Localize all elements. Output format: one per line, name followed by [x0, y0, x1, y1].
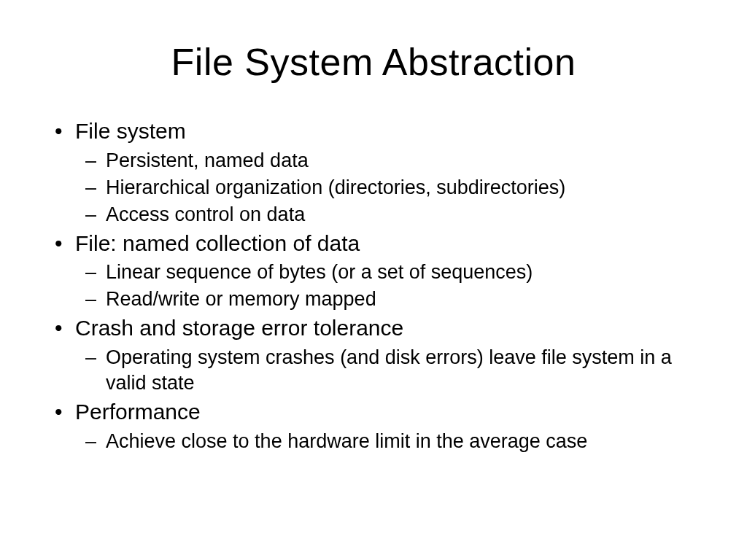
list-item: Persistent, named data [106, 148, 692, 174]
list-item: Read/write or memory mapped [106, 287, 692, 312]
bullet-text: Performance [75, 400, 201, 424]
list-item: Achieve close to the hardware limit in t… [106, 429, 692, 454]
bullet-text: File system [75, 119, 186, 143]
sub-bullet-list: Operating system crashes (and disk error… [75, 345, 692, 396]
sub-bullet-list: Achieve close to the hardware limit in t… [75, 429, 692, 454]
sub-bullet-list: Linear sequence of bytes (or a set of se… [75, 260, 692, 312]
slide-title: File System Abstraction [55, 40, 692, 84]
list-item: Hierarchical organization (directories, … [106, 175, 692, 201]
list-item: File system Persistent, named data Hiera… [75, 117, 692, 228]
list-item: Operating system crashes (and disk error… [106, 345, 692, 396]
list-item: Linear sequence of bytes (or a set of se… [106, 260, 692, 285]
sub-bullet-list: Persistent, named data Hierarchical orga… [75, 148, 692, 228]
list-item: Crash and storage error tolerance Operat… [75, 314, 692, 396]
list-item: File: named collection of data Linear se… [75, 229, 692, 313]
list-item: Access control on data [106, 202, 692, 228]
bullet-text: File: named collection of data [75, 231, 360, 255]
list-item: Performance Achieve close to the hardwar… [75, 397, 692, 454]
bullet-text: Crash and storage error tolerance [75, 316, 403, 340]
bullet-list: File system Persistent, named data Hiera… [55, 117, 692, 454]
